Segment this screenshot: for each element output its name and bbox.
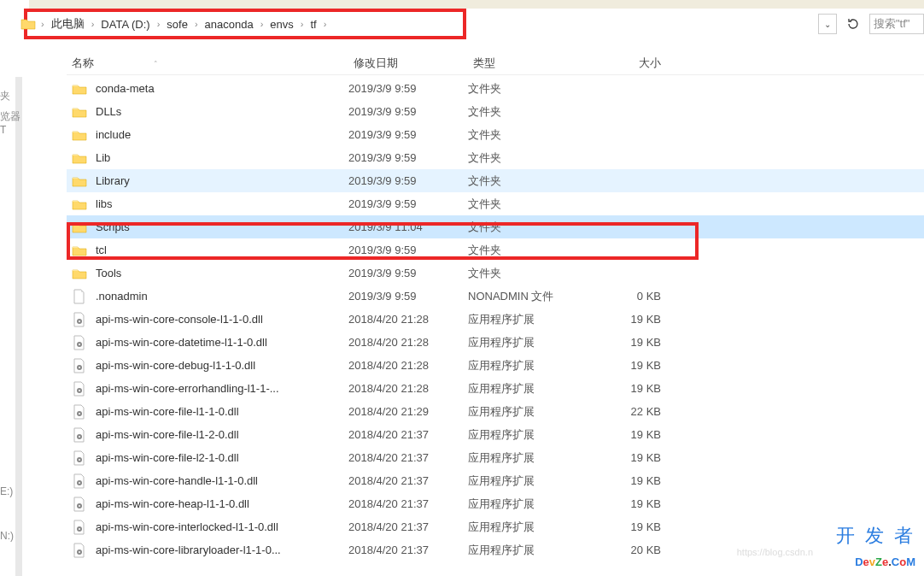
column-date[interactable]: 修改日期 [348,56,468,71]
file-row[interactable]: Scripts2019/3/9 11:04文件夹 [67,215,924,238]
file-row[interactable]: api-ms-win-core-file-l1-1-0.dll2018/4/20… [67,400,924,423]
chevron-right-icon[interactable]: › [299,19,306,29]
left-label: E:) [0,485,13,497]
file-name: tcl [96,244,348,256]
file-size: 19 KB [605,474,673,487]
file-name: .nonadmin [96,290,348,303]
file-row[interactable]: api-ms-win-core-interlocked-l1-1-0.dll20… [67,515,924,538]
breadcrumb-item[interactable]: tf [306,15,322,33]
file-date: 2018/4/20 21:37 [348,474,468,487]
breadcrumb-item[interactable]: 此电脑 [46,14,90,34]
file-row[interactable]: .nonadmin2019/3/9 9:59NONADMIN 文件0 KB [67,285,924,308]
file-type: 文件夹 [468,81,605,97]
search-input[interactable]: 搜索"tf" [869,14,924,34]
file-row[interactable]: Library2019/3/9 9:59文件夹 [67,169,924,192]
chevron-right-icon[interactable]: › [193,19,200,29]
breadcrumb-item[interactable]: sofe [161,15,193,33]
file-name: conda-meta [96,82,348,95]
file-name: api-ms-win-core-file-l2-1-0.dll [96,451,348,464]
file-size: 19 KB [605,336,673,349]
file-name: api-ms-win-core-errorhandling-l1-1-... [96,382,348,395]
file-type: 文件夹 [468,104,605,120]
file-size: 19 KB [605,520,673,533]
file-date: 2018/4/20 21:28 [348,336,468,349]
file-row[interactable]: tcl2019/3/9 9:59文件夹 [67,238,924,262]
breadcrumb-item[interactable]: DATA (D:) [96,15,155,33]
file-type: 应用程序扩展 [468,358,605,373]
svg-point-13 [79,459,80,461]
file-row[interactable]: Tools2019/3/9 9:59文件夹 [67,262,924,285]
file-type: 应用程序扩展 [468,335,605,350]
svg-point-7 [79,390,80,391]
file-date: 2018/4/20 21:28 [348,382,468,395]
file-date: 2018/4/20 21:37 [348,428,468,441]
svg-point-9 [79,413,80,414]
file-row[interactable]: api-ms-win-core-datetime-l1-1-0.dll2018/… [67,331,924,354]
file-row[interactable]: api-ms-win-core-errorhandling-l1-1-...20… [67,377,924,400]
file-type: 应用程序扩展 [468,404,605,420]
refresh-button[interactable] [842,14,864,34]
breadcrumb-item[interactable]: envs [265,15,298,33]
file-row[interactable]: libs2019/3/9 9:59文件夹 [67,192,924,215]
chevron-right-icon[interactable]: › [259,19,266,29]
file-type: 文件夹 [468,266,605,281]
file-list: conda-meta2019/3/9 9:59文件夹DLLs2019/3/9 9… [67,77,924,561]
file-name: Library [96,174,348,187]
address-dropdown[interactable]: ⌄ [818,14,837,34]
dll-file-icon [72,404,87,420]
file-date: 2018/4/20 21:37 [348,497,468,510]
left-label: 夹 [0,89,10,103]
file-date: 2018/4/20 21:28 [348,359,468,372]
svg-point-21 [79,551,80,553]
folder-icon [20,16,36,32]
file-size: 19 KB [605,359,673,372]
folder-icon [72,220,87,235]
file-name: api-ms-win-core-file-l1-2-0.dll [96,428,348,441]
file-type: 文件夹 [468,150,605,166]
file-row[interactable]: api-ms-win-core-debug-l1-1-0.dll2018/4/2… [67,354,924,377]
file-name: DLLs [96,105,348,118]
file-row[interactable]: api-ms-win-core-handle-l1-1-0.dll2018/4/… [67,469,924,492]
file-type: 文件夹 [468,173,605,189]
file-row[interactable]: include2019/3/9 9:59文件夹 [67,123,924,146]
file-type: 文件夹 [468,127,605,143]
file-date: 2019/3/9 9:59 [348,105,468,118]
address-bar[interactable]: › 此电脑 › DATA (D:) › sofe › anaconda › en… [15,9,328,39]
file-name: api-ms-win-core-heap-l1-1-0.dll [96,497,348,510]
file-row[interactable]: api-ms-win-core-heap-l1-1-0.dll2018/4/20… [67,492,924,515]
file-row[interactable]: api-ms-win-core-console-l1-1-0.dll2018/4… [67,308,924,331]
left-label: 览器 T [0,109,29,136]
file-type: 应用程序扩展 [468,312,605,327]
file-icon [72,289,87,304]
file-name: api-ms-win-core-handle-l1-1-0.dll [96,474,348,487]
file-row[interactable]: conda-meta2019/3/9 9:59文件夹 [67,77,924,100]
chevron-right-icon[interactable]: › [322,19,329,29]
chevron-right-icon[interactable]: › [90,19,96,29]
file-name: api-ms-win-core-libraryloader-l1-1-0... [96,544,348,556]
folder-icon [72,81,87,97]
file-size: 20 KB [605,544,673,556]
chevron-right-icon[interactable]: › [155,19,162,29]
folder-icon [72,243,87,258]
file-date: 2018/4/20 21:37 [348,544,468,556]
file-row[interactable]: api-ms-win-core-file-l1-2-0.dll2018/4/20… [67,423,924,446]
column-size[interactable]: 大小 [605,56,673,71]
file-date: 2018/4/20 21:37 [348,520,468,533]
chevron-right-icon[interactable]: › [39,19,46,29]
file-row[interactable]: Lib2019/3/9 9:59文件夹 [67,146,924,169]
left-label: N:) [0,530,14,542]
file-row[interactable]: DLLs2019/3/9 9:59文件夹 [67,100,924,123]
file-name: api-ms-win-core-debug-l1-1-0.dll [96,359,348,372]
file-type: 应用程序扩展 [468,381,605,397]
breadcrumb-item[interactable]: anaconda [200,15,259,33]
refresh-icon [846,17,860,31]
column-type[interactable]: 类型 [468,56,605,71]
file-type: 应用程序扩展 [468,450,605,466]
file-size: 22 KB [605,405,673,418]
dll-file-icon [72,381,87,397]
column-name[interactable]: 名称˄ [67,56,348,71]
file-row[interactable]: api-ms-win-core-file-l2-1-0.dll2018/4/20… [67,446,924,469]
file-date: 2019/3/9 9:59 [348,197,468,210]
file-date: 2019/3/9 9:59 [348,82,468,95]
file-name: libs [96,197,348,210]
